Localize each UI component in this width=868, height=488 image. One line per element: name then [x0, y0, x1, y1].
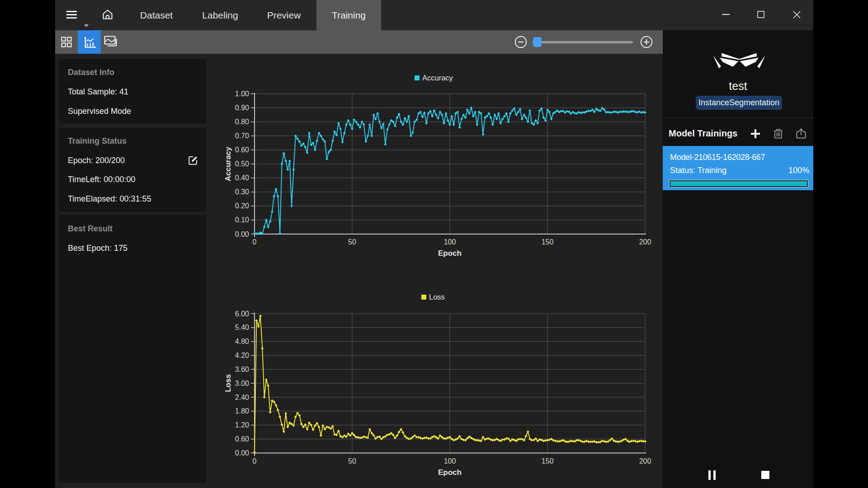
svg-text:3.60: 3.60	[235, 366, 249, 373]
svg-text:2.40: 2.40	[235, 394, 249, 401]
svg-text:150: 150	[542, 457, 554, 465]
svg-text:150: 150	[542, 238, 554, 246]
svg-text:0.40: 0.40	[235, 174, 249, 182]
svg-text:1.80: 1.80	[235, 407, 249, 415]
svg-text:0.00: 0.00	[235, 449, 249, 457]
svg-text:200: 200	[639, 457, 651, 465]
svg-text:Accuracy: Accuracy	[422, 74, 453, 82]
svg-text:0.10: 0.10	[235, 216, 249, 224]
svg-text:0.60: 0.60	[235, 146, 249, 154]
svg-text:0: 0	[253, 457, 257, 465]
svg-text:0.30: 0.30	[235, 188, 249, 196]
svg-text:0.90: 0.90	[235, 104, 249, 112]
svg-text:1.00: 1.00	[235, 90, 249, 98]
svg-text:1.20: 1.20	[235, 421, 249, 429]
svg-text:0: 0	[253, 238, 257, 246]
svg-text:5.40: 5.40	[235, 324, 249, 331]
svg-text:0.00: 0.00	[235, 230, 249, 238]
svg-text:0.60: 0.60	[235, 435, 249, 443]
svg-text:200: 200	[639, 238, 651, 246]
svg-text:0.70: 0.70	[235, 132, 249, 140]
svg-text:6.00: 6.00	[235, 310, 249, 318]
svg-text:4.20: 4.20	[235, 352, 249, 359]
svg-text:Epoch: Epoch	[438, 468, 462, 477]
svg-text:Epoch: Epoch	[438, 249, 462, 258]
svg-text:Loss: Loss	[429, 293, 445, 301]
svg-text:Accuracy: Accuracy	[224, 146, 232, 181]
svg-text:0.20: 0.20	[235, 202, 249, 210]
svg-text:0.50: 0.50	[235, 160, 249, 168]
svg-text:0.80: 0.80	[235, 118, 249, 126]
svg-text:50: 50	[348, 238, 356, 246]
svg-text:3.00: 3.00	[235, 380, 249, 387]
svg-text:Loss: Loss	[224, 374, 232, 392]
svg-text:100: 100	[444, 457, 456, 465]
svg-text:100: 100	[444, 238, 456, 246]
svg-text:4.80: 4.80	[235, 338, 249, 345]
svg-text:50: 50	[348, 457, 356, 465]
